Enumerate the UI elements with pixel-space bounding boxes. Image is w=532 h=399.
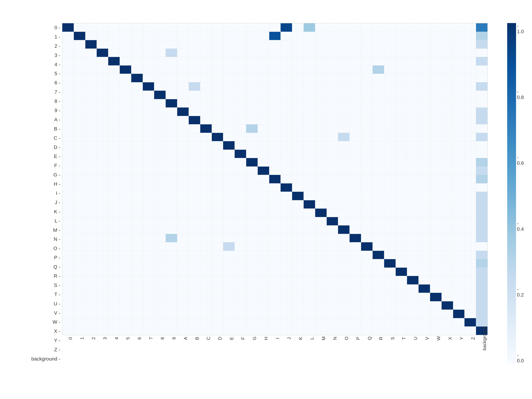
- matrix-cell: [120, 65, 131, 74]
- matrix-cell: [464, 326, 476, 335]
- matrix-cell: [418, 175, 430, 183]
- matrix-cell: [223, 133, 234, 141]
- matrix-cell: [120, 57, 131, 65]
- matrix-cell: [373, 293, 384, 301]
- matrix-cell: [280, 133, 292, 141]
- matrix-cell: [131, 200, 143, 209]
- matrix-cell: [430, 259, 442, 268]
- matrix-cell: [189, 234, 200, 242]
- matrix-cell: [166, 234, 177, 242]
- matrix-cell: [327, 234, 338, 242]
- matrix-cell: [223, 166, 234, 175]
- matrix-cell: [476, 209, 488, 217]
- matrix-cell: [418, 91, 430, 99]
- matrix-cell: [234, 82, 246, 91]
- matrix-cell: [97, 259, 108, 268]
- matrix-cell: [97, 40, 108, 49]
- matrix-cell: [476, 91, 488, 99]
- matrix-cell: [407, 175, 418, 183]
- matrix-cell: [304, 259, 315, 268]
- matrix-cell: [430, 124, 442, 133]
- matrix-cell: [280, 40, 292, 49]
- matrix-cell: [280, 57, 292, 65]
- matrix-cell: [74, 310, 85, 318]
- matrix-cell: [338, 133, 349, 141]
- matrix-cell: [338, 32, 349, 40]
- matrix-cell: [280, 175, 292, 183]
- matrix-cell: [143, 318, 154, 327]
- matrix-cell: [189, 116, 200, 125]
- matrix-cell: [200, 268, 212, 276]
- matrix-cell: [212, 141, 223, 150]
- matrix-cell: [223, 65, 234, 74]
- matrix-cell: [97, 108, 108, 116]
- matrix-cell: [200, 57, 212, 65]
- matrix-cell: [280, 192, 292, 200]
- matrix-cell: [177, 150, 189, 158]
- matrix-cell: [108, 285, 120, 293]
- matrix-cell: [292, 65, 304, 74]
- matrix-cell: [476, 57, 488, 65]
- matrix-cell: [154, 141, 166, 150]
- matrix-cell: [327, 158, 338, 166]
- matrix-cell: [315, 285, 327, 293]
- matrix-cell: [120, 268, 131, 276]
- matrix-cell: [177, 141, 189, 150]
- matrix-cell: [418, 82, 430, 91]
- matrix-cell: [407, 82, 418, 91]
- matrix-cell: [74, 183, 85, 192]
- matrix-cell: [246, 209, 258, 217]
- matrix-cell: [234, 242, 246, 251]
- matrix-cell: [131, 150, 143, 158]
- matrix-cell: [430, 49, 442, 57]
- matrix-cell: [280, 183, 292, 192]
- matrix-cell: [85, 124, 97, 133]
- matrix-cell: [315, 124, 327, 133]
- matrix-cell: [74, 32, 85, 40]
- matrix-cell: [338, 268, 349, 276]
- y-label: Q -: [53, 264, 60, 269]
- matrix-cell: [384, 268, 396, 276]
- matrix-cell: [476, 40, 488, 49]
- matrix-cell: [200, 301, 212, 310]
- matrix-cell: [166, 141, 177, 150]
- matrix-cell: [464, 200, 476, 209]
- matrix-cell: [120, 217, 131, 226]
- matrix-cell: [315, 32, 327, 40]
- matrix-cell: [120, 225, 131, 234]
- matrix-cell: [396, 65, 407, 74]
- matrix-cell: [269, 217, 281, 226]
- matrix-cell: [234, 285, 246, 293]
- matrix-cell: [166, 124, 177, 133]
- matrix-cell: [269, 268, 281, 276]
- matrix-cell: [407, 91, 418, 99]
- matrix-cell: [143, 234, 154, 242]
- matrix-cell: [131, 91, 143, 99]
- matrix-cell: [418, 141, 430, 150]
- matrix-cell: [442, 251, 453, 259]
- matrix-cell: [234, 57, 246, 65]
- matrix-cell: [200, 158, 212, 166]
- matrix-cell: [223, 183, 234, 192]
- matrix-cell: [269, 310, 281, 318]
- x-label: C: [206, 337, 211, 340]
- matrix-cell: [349, 57, 361, 65]
- matrix-cell: [430, 268, 442, 276]
- matrix-cell: [407, 108, 418, 116]
- matrix-cell: [154, 326, 166, 335]
- matrix-cell: [212, 150, 223, 158]
- matrix-cell: [223, 259, 234, 268]
- matrix-cell: [384, 116, 396, 125]
- y-label: 7 -: [54, 89, 60, 95]
- matrix-cell: [430, 175, 442, 183]
- matrix-cell: [108, 293, 120, 301]
- matrix-cell: [74, 276, 85, 285]
- matrix-cell: [430, 91, 442, 99]
- matrix-cell: [62, 268, 74, 276]
- matrix-cell: [464, 124, 476, 133]
- matrix-cell: [120, 116, 131, 125]
- matrix-cell: [361, 276, 373, 285]
- matrix-cell: [315, 234, 327, 242]
- matrix-cell: [464, 285, 476, 293]
- matrix-cell: [154, 175, 166, 183]
